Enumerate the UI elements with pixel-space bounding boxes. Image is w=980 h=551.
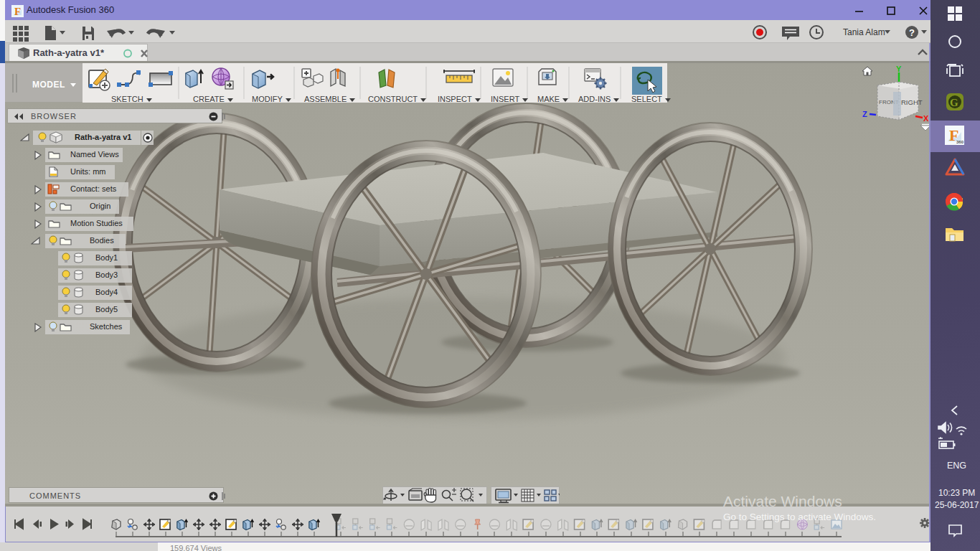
svg-text:Z: Z [862,110,867,118]
svg-text:RIGHT: RIGHT [901,98,923,106]
svg-text:F: F [14,6,21,17]
svg-text:?: ? [909,27,915,38]
svg-text:G: G [950,97,958,108]
svg-text:Tania Alam: Tania Alam [843,27,885,37]
svg-text:Y: Y [896,65,902,73]
svg-text:360: 360 [956,140,964,144]
svg-text:X: X [923,114,929,123]
